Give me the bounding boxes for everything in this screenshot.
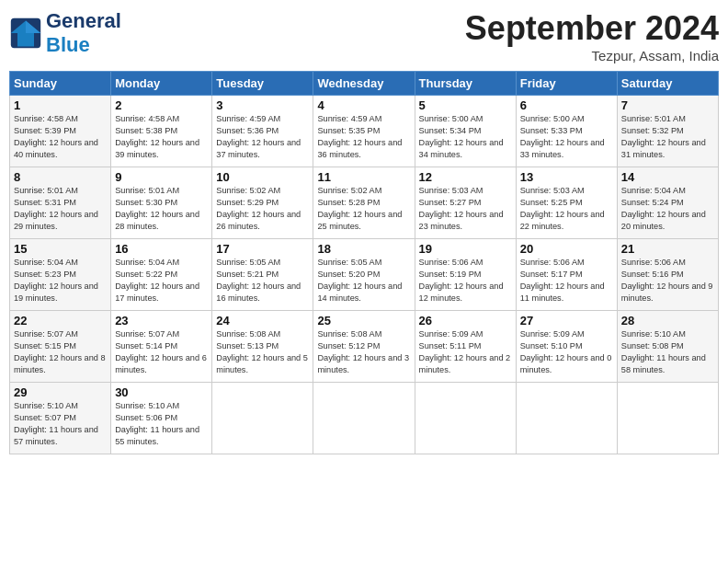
day-cell: 12Sunrise: 5:03 AMSunset: 5:27 PMDayligh… bbox=[415, 167, 516, 239]
day-info: Sunrise: 5:02 AMSunset: 5:29 PMDaylight:… bbox=[216, 185, 309, 233]
day-number: 17 bbox=[216, 242, 309, 256]
day-cell: 21Sunrise: 5:06 AMSunset: 5:16 PMDayligh… bbox=[617, 239, 718, 311]
day-cell: 29Sunrise: 5:10 AMSunset: 5:07 PMDayligh… bbox=[10, 383, 111, 454]
day-info: Sunrise: 4:59 AMSunset: 5:36 PMDaylight:… bbox=[216, 113, 309, 161]
col-tuesday: Tuesday bbox=[212, 72, 313, 96]
day-cell bbox=[313, 383, 415, 454]
col-friday: Friday bbox=[516, 72, 617, 96]
day-info: Sunrise: 5:00 AMSunset: 5:34 PMDaylight:… bbox=[419, 113, 512, 161]
week-row-4: 22Sunrise: 5:07 AMSunset: 5:15 PMDayligh… bbox=[10, 311, 719, 383]
day-info: Sunrise: 5:06 AMSunset: 5:16 PMDaylight:… bbox=[621, 257, 714, 304]
day-cell: 2Sunrise: 4:58 AMSunset: 5:38 PMDaylight… bbox=[111, 96, 212, 167]
day-number: 22 bbox=[14, 314, 107, 327]
day-info: Sunrise: 5:07 AMSunset: 5:15 PMDaylight:… bbox=[14, 328, 107, 376]
page-header: General Blue September 2024 Tezpur, Assa… bbox=[9, 9, 719, 63]
logo-blue: Blue bbox=[46, 33, 90, 56]
day-info: Sunrise: 5:04 AMSunset: 5:22 PMDaylight:… bbox=[115, 257, 208, 304]
day-number: 14 bbox=[621, 170, 714, 184]
day-number: 23 bbox=[115, 314, 208, 327]
title-block: September 2024 Tezpur, Assam, India bbox=[465, 9, 719, 63]
day-number: 7 bbox=[621, 98, 714, 112]
day-number: 13 bbox=[520, 170, 613, 184]
logo-text: General Blue bbox=[46, 9, 121, 57]
day-info: Sunrise: 5:01 AMSunset: 5:32 PMDaylight:… bbox=[621, 113, 714, 161]
day-number: 19 bbox=[419, 242, 512, 256]
day-number: 25 bbox=[317, 314, 410, 327]
col-thursday: Thursday bbox=[415, 72, 516, 96]
week-row-1: 1Sunrise: 4:58 AMSunset: 5:39 PMDaylight… bbox=[10, 96, 719, 167]
day-number: 6 bbox=[520, 98, 613, 112]
col-wednesday: Wednesday bbox=[313, 72, 415, 96]
day-info: Sunrise: 5:00 AMSunset: 5:33 PMDaylight:… bbox=[520, 113, 613, 161]
day-info: Sunrise: 5:06 AMSunset: 5:17 PMDaylight:… bbox=[520, 257, 613, 304]
day-info: Sunrise: 4:58 AMSunset: 5:39 PMDaylight:… bbox=[14, 113, 107, 161]
month-title: September 2024 bbox=[465, 9, 719, 48]
day-number: 8 bbox=[14, 170, 107, 184]
calendar-header: Sunday Monday Tuesday Wednesday Thursday… bbox=[10, 72, 719, 96]
calendar-body: 1Sunrise: 4:58 AMSunset: 5:39 PMDaylight… bbox=[10, 96, 719, 454]
day-cell: 23Sunrise: 5:07 AMSunset: 5:14 PMDayligh… bbox=[111, 311, 212, 383]
day-cell: 10Sunrise: 5:02 AMSunset: 5:29 PMDayligh… bbox=[212, 167, 313, 239]
day-cell: 19Sunrise: 5:06 AMSunset: 5:19 PMDayligh… bbox=[415, 239, 516, 311]
day-cell: 30Sunrise: 5:10 AMSunset: 5:06 PMDayligh… bbox=[111, 383, 212, 454]
day-cell: 20Sunrise: 5:06 AMSunset: 5:17 PMDayligh… bbox=[516, 239, 617, 311]
col-monday: Monday bbox=[111, 72, 212, 96]
day-number: 24 bbox=[216, 314, 309, 327]
day-number: 12 bbox=[419, 170, 512, 184]
calendar-table: Sunday Monday Tuesday Wednesday Thursday… bbox=[9, 71, 719, 454]
day-cell: 15Sunrise: 5:04 AMSunset: 5:23 PMDayligh… bbox=[10, 239, 111, 311]
day-cell: 18Sunrise: 5:05 AMSunset: 5:20 PMDayligh… bbox=[313, 239, 415, 311]
logo-icon bbox=[9, 17, 42, 50]
week-row-2: 8Sunrise: 5:01 AMSunset: 5:31 PMDaylight… bbox=[10, 167, 719, 239]
day-info: Sunrise: 5:08 AMSunset: 5:12 PMDaylight:… bbox=[317, 328, 410, 376]
day-info: Sunrise: 5:10 AMSunset: 5:08 PMDaylight:… bbox=[621, 328, 714, 376]
day-info: Sunrise: 5:01 AMSunset: 5:30 PMDaylight:… bbox=[115, 185, 208, 233]
day-cell: 6Sunrise: 5:00 AMSunset: 5:33 PMDaylight… bbox=[516, 96, 617, 167]
day-cell: 8Sunrise: 5:01 AMSunset: 5:31 PMDaylight… bbox=[10, 167, 111, 239]
col-saturday: Saturday bbox=[617, 72, 718, 96]
day-number: 30 bbox=[115, 385, 208, 399]
col-sunday: Sunday bbox=[10, 72, 111, 96]
day-number: 3 bbox=[216, 98, 309, 112]
day-info: Sunrise: 5:09 AMSunset: 5:10 PMDaylight:… bbox=[520, 328, 613, 376]
day-info: Sunrise: 5:05 AMSunset: 5:20 PMDaylight:… bbox=[317, 257, 410, 304]
day-info: Sunrise: 5:03 AMSunset: 5:25 PMDaylight:… bbox=[520, 185, 613, 233]
day-cell: 17Sunrise: 5:05 AMSunset: 5:21 PMDayligh… bbox=[212, 239, 313, 311]
day-info: Sunrise: 5:04 AMSunset: 5:23 PMDaylight:… bbox=[14, 257, 107, 304]
day-info: Sunrise: 5:04 AMSunset: 5:24 PMDaylight:… bbox=[621, 185, 714, 233]
day-cell: 25Sunrise: 5:08 AMSunset: 5:12 PMDayligh… bbox=[313, 311, 415, 383]
day-cell: 13Sunrise: 5:03 AMSunset: 5:25 PMDayligh… bbox=[516, 167, 617, 239]
week-row-3: 15Sunrise: 5:04 AMSunset: 5:23 PMDayligh… bbox=[10, 239, 719, 311]
day-info: Sunrise: 5:08 AMSunset: 5:13 PMDaylight:… bbox=[216, 328, 309, 376]
day-info: Sunrise: 5:10 AMSunset: 5:07 PMDaylight:… bbox=[14, 400, 107, 448]
day-cell: 27Sunrise: 5:09 AMSunset: 5:10 PMDayligh… bbox=[516, 311, 617, 383]
week-row-5: 29Sunrise: 5:10 AMSunset: 5:07 PMDayligh… bbox=[10, 383, 719, 454]
day-info: Sunrise: 5:09 AMSunset: 5:11 PMDaylight:… bbox=[419, 328, 512, 376]
day-number: 27 bbox=[520, 314, 613, 327]
day-cell: 28Sunrise: 5:10 AMSunset: 5:08 PMDayligh… bbox=[617, 311, 718, 383]
day-cell bbox=[415, 383, 516, 454]
day-info: Sunrise: 5:03 AMSunset: 5:27 PMDaylight:… bbox=[419, 185, 512, 233]
day-info: Sunrise: 5:05 AMSunset: 5:21 PMDaylight:… bbox=[216, 257, 309, 304]
day-cell: 16Sunrise: 5:04 AMSunset: 5:22 PMDayligh… bbox=[111, 239, 212, 311]
day-number: 5 bbox=[419, 98, 512, 112]
day-number: 26 bbox=[419, 314, 512, 327]
day-cell: 24Sunrise: 5:08 AMSunset: 5:13 PMDayligh… bbox=[212, 311, 313, 383]
day-info: Sunrise: 5:01 AMSunset: 5:31 PMDaylight:… bbox=[14, 185, 107, 233]
day-cell: 9Sunrise: 5:01 AMSunset: 5:30 PMDaylight… bbox=[111, 167, 212, 239]
header-row: Sunday Monday Tuesday Wednesday Thursday… bbox=[10, 72, 719, 96]
day-cell: 22Sunrise: 5:07 AMSunset: 5:15 PMDayligh… bbox=[10, 311, 111, 383]
day-cell: 4Sunrise: 4:59 AMSunset: 5:35 PMDaylight… bbox=[313, 96, 415, 167]
day-cell: 3Sunrise: 4:59 AMSunset: 5:36 PMDaylight… bbox=[212, 96, 313, 167]
day-number: 4 bbox=[317, 98, 410, 112]
day-cell: 1Sunrise: 4:58 AMSunset: 5:39 PMDaylight… bbox=[10, 96, 111, 167]
logo: General Blue bbox=[9, 9, 121, 57]
day-number: 9 bbox=[115, 170, 208, 184]
day-cell: 7Sunrise: 5:01 AMSunset: 5:32 PMDaylight… bbox=[617, 96, 718, 167]
day-info: Sunrise: 5:06 AMSunset: 5:19 PMDaylight:… bbox=[419, 257, 512, 304]
day-info: Sunrise: 5:10 AMSunset: 5:06 PMDaylight:… bbox=[115, 400, 208, 448]
day-number: 28 bbox=[621, 314, 714, 327]
day-number: 20 bbox=[520, 242, 613, 256]
day-cell bbox=[212, 383, 313, 454]
day-number: 15 bbox=[14, 242, 107, 256]
